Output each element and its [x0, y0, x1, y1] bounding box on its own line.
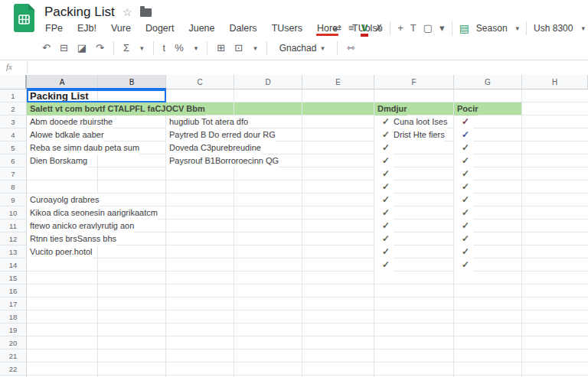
menu-item-dalers[interactable]: Dalers — [229, 22, 258, 34]
checkmark-icon[interactable]: ✓ — [462, 116, 469, 127]
checkmark-icon[interactable]: ✓ — [382, 246, 390, 257]
cell-G13[interactable]: ✓ — [454, 245, 473, 258]
redo-icon[interactable]: ↷ — [96, 42, 104, 54]
paint-format-icon[interactable]: ◪ — [77, 42, 87, 54]
cell-F11[interactable]: ✓ — [374, 219, 394, 232]
cell-C3[interactable]: hugdiub Tot atera dfo — [166, 115, 248, 128]
cell-A2[interactable]: Salett vt com bovtf CTALPFL faCJOCV Bbm — [27, 102, 205, 115]
column-header-D[interactable]: D — [234, 75, 302, 89]
cell-A3[interactable]: Abm dooede rbuirsthe — [27, 115, 113, 128]
share-button[interactable]: Ush 8300 — [534, 23, 573, 34]
cell-F12[interactable]: ✓ — [374, 232, 394, 245]
column-header-H[interactable]: H — [522, 75, 588, 89]
formula-bar[interactable]: fx — [0, 60, 588, 76]
row-header-22[interactable]: 22 — [0, 362, 27, 375]
cell-G11[interactable]: ✓ — [454, 219, 473, 232]
checkmark-icon[interactable]: ✓ — [382, 220, 390, 231]
align-icon[interactable]: ≡ — [348, 23, 354, 34]
format-icon[interactable]: T — [410, 23, 416, 34]
cell-G3[interactable]: ✓ — [454, 115, 473, 128]
cell-G5[interactable]: ✓ — [454, 141, 473, 154]
cell-G2[interactable]: Pocir — [454, 102, 479, 115]
row-header-1[interactable]: 1 — [0, 89, 27, 102]
checkmark-icon[interactable]: ✓ — [382, 194, 390, 205]
row-header-7[interactable]: 7 — [0, 167, 27, 180]
row-header-11[interactable]: 11 — [0, 219, 27, 232]
cell-G7[interactable]: ✓ — [454, 167, 473, 180]
checkmark-icon[interactable]: ✓ — [462, 259, 469, 270]
row-header-19[interactable]: 19 — [0, 323, 27, 336]
cell-F8[interactable]: ✓ — [374, 180, 394, 193]
more-toolbar-icon[interactable]: ⇿ — [347, 42, 355, 54]
checkmark-icon[interactable]: ✓ — [382, 181, 390, 192]
cell-A4[interactable]: Alowe bdkale aaber — [27, 128, 104, 141]
cell-G9[interactable]: ✓ — [454, 193, 473, 206]
menu-item-vure[interactable]: Vure — [110, 22, 132, 34]
column-header-F[interactable]: F — [374, 75, 454, 89]
cell-A5[interactable]: Reba se simn daub peta sum — [27, 141, 139, 154]
checkmark-icon[interactable]: ✓ — [462, 194, 469, 205]
cell-A11[interactable]: ftewo anicko eravlyrutig aon — [27, 219, 134, 232]
row-header-12[interactable]: 12 — [0, 232, 27, 245]
checkmark-icon[interactable]: ✓ — [462, 142, 469, 153]
zoom-select[interactable]: Σ — [123, 42, 129, 54]
cell-F10[interactable]: ✓ — [374, 206, 394, 219]
sheets-logo-icon[interactable] — [14, 4, 34, 32]
row-header-6[interactable]: 6 — [0, 154, 27, 167]
checkmark-icon[interactable]: ✓ — [462, 181, 469, 192]
cell-F6[interactable]: ✓ — [374, 154, 394, 167]
row-header-5[interactable]: 5 — [0, 141, 27, 154]
cell-C6[interactable]: Paysrouf B1Borroroecinn QG — [166, 154, 279, 167]
cell-F9[interactable]: ✓ — [374, 193, 394, 206]
cell-F2[interactable]: Dmdjur — [374, 102, 407, 115]
checkmark-icon[interactable]: ✓ — [382, 233, 390, 244]
borders-icon[interactable]: ▢ — [423, 23, 433, 34]
checkmark-icon[interactable]: ✓ — [382, 155, 390, 166]
cell-G8[interactable]: ✓ — [454, 180, 473, 193]
menu-item-dogert[interactable]: Dogert — [145, 22, 175, 34]
checkmark-icon[interactable]: ✓ — [462, 155, 469, 166]
star-icon[interactable]: ☆ — [122, 6, 132, 18]
select-all-corner[interactable] — [0, 75, 27, 89]
checkmark-icon[interactable]: ✓ — [382, 129, 390, 140]
row-header-14[interactable]: 14 — [0, 258, 27, 271]
cell-A12[interactable]: Rtnn ties brsSanss bhs — [27, 232, 116, 245]
row-header-17[interactable]: 17 — [0, 297, 27, 310]
print-icon[interactable]: ⊟ — [60, 42, 68, 54]
checkmark-icon[interactable]: ✓ — [462, 233, 469, 244]
checkmark-icon[interactable]: ✓ — [382, 259, 390, 270]
cell-F7[interactable]: ✓ — [374, 167, 394, 180]
cell-A9[interactable]: Curoayolg drabres — [27, 193, 100, 206]
cell-A10[interactable]: Kikoa dica seonesin aarigrikaatcm — [27, 206, 158, 219]
row-header-15[interactable]: 15 — [0, 271, 27, 284]
cell-G12[interactable]: ✓ — [454, 232, 473, 245]
sort-icon[interactable]: ⇄ — [333, 23, 341, 34]
cell-F14[interactable]: ✓ — [374, 258, 394, 271]
menu-item-fpe[interactable]: FPe — [44, 22, 64, 34]
checkmark-icon[interactable]: ✓ — [462, 220, 469, 231]
checkmark-icon[interactable]: ✓ — [462, 246, 469, 257]
row-header-13[interactable]: 13 — [0, 245, 27, 258]
document-title[interactable]: Packing List — [44, 5, 115, 20]
cell-F3[interactable]: ✓Cuna loot Ises — [374, 115, 447, 128]
currency-icon[interactable]: t — [163, 42, 166, 54]
row-header-4[interactable]: 4 — [0, 128, 27, 141]
row-header-20[interactable]: 20 — [0, 336, 27, 349]
row-header-16[interactable]: 16 — [0, 284, 27, 297]
checkmark-icon[interactable]: ✓ — [462, 168, 469, 179]
cut-icon[interactable]: ✗ — [374, 23, 383, 34]
cell-G10[interactable]: ✓ — [454, 206, 473, 219]
view-icon[interactable]: ▤ — [459, 23, 469, 34]
checkmark-icon[interactable]: ✓ — [382, 168, 390, 179]
menu-item-tusers[interactable]: TUsers — [271, 22, 303, 34]
cell-G4[interactable]: ✓ — [454, 128, 473, 141]
cell-A6[interactable]: Dien Borskamg — [27, 154, 87, 167]
cell-C5[interactable]: Doveda C3purebreudine — [166, 141, 261, 154]
row-header-8[interactable]: 8 — [0, 180, 27, 193]
checkmark-icon[interactable]: ✓ — [462, 129, 469, 140]
merge-cells-icon[interactable]: ⊡ — [234, 42, 243, 54]
cell-A13[interactable]: Vucito poer.hotol — [27, 245, 93, 258]
borders-grid-icon[interactable]: ⊞ — [217, 42, 225, 54]
season-menu[interactable]: Season — [476, 23, 508, 34]
row-header-2[interactable]: 2 — [0, 102, 27, 115]
